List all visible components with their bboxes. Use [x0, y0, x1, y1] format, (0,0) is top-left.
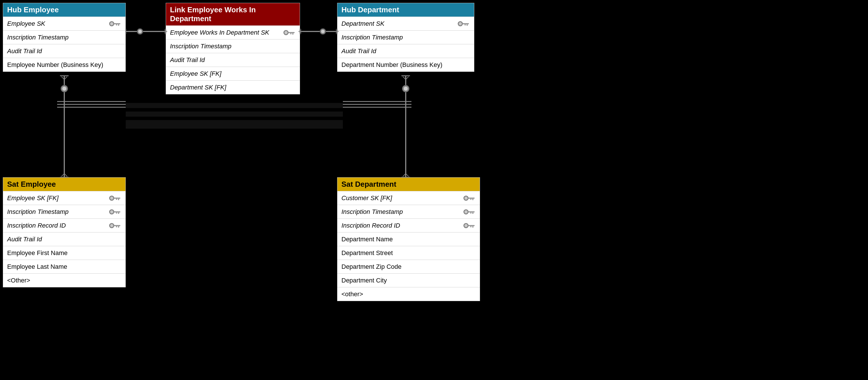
link-row-1: Inscription Timestamp — [166, 39, 300, 53]
svg-rect-43 — [472, 226, 473, 228]
hub-dept-key-icon-0 — [458, 21, 470, 27]
svg-rect-33 — [472, 199, 473, 200]
sat-dept-row-5: Department Zip Code — [337, 260, 480, 273]
hub-department-header: Hub Department — [337, 3, 474, 17]
sat-dept-row-1: Inscription Timestamp — [337, 205, 480, 218]
sat-department-table: Sat Department Customer SK [FK] Inscript… — [337, 177, 480, 301]
sat-emp-row-4: Employee First Name — [3, 246, 125, 260]
svg-rect-3 — [118, 24, 119, 26]
svg-line-66 — [61, 174, 64, 176]
sat-emp-row-1: Inscription Timestamp — [3, 205, 125, 218]
svg-point-26 — [110, 224, 113, 227]
svg-point-1 — [110, 22, 113, 25]
svg-point-60 — [321, 30, 324, 33]
svg-point-59 — [320, 29, 326, 34]
sat-dept-row-7: <other> — [337, 287, 480, 301]
svg-rect-81 — [126, 120, 343, 129]
sat-dept-row-0: Customer SK [FK] — [337, 191, 480, 205]
svg-point-50 — [137, 29, 143, 34]
sat-emp-row-6: <Other> — [3, 273, 125, 287]
hub-department-table: Hub Department Department SK Inscription… — [337, 3, 474, 72]
hub-employee-row-3: Employee Number (Business Key) — [3, 58, 125, 71]
hub-employee-table: Hub Employee Employee SK Inscription Tim… — [3, 3, 126, 72]
svg-rect-29 — [116, 226, 117, 227]
svg-rect-79 — [126, 103, 343, 108]
link-employee-header: Link Employee Works In Department — [166, 3, 300, 25]
svg-rect-38 — [472, 212, 473, 214]
hub-employee-row-2: Audit Trail Id — [3, 44, 125, 58]
svg-point-78 — [404, 87, 408, 91]
svg-rect-44 — [470, 226, 471, 227]
svg-rect-32 — [468, 198, 474, 199]
hub-dept-row-2: Audit Trail Id — [337, 44, 474, 58]
svg-rect-13 — [467, 24, 468, 26]
svg-point-16 — [110, 197, 113, 200]
svg-rect-23 — [118, 212, 119, 214]
svg-rect-37 — [468, 211, 474, 212]
svg-point-31 — [465, 197, 467, 200]
svg-point-68 — [61, 85, 68, 92]
svg-line-67 — [64, 174, 67, 176]
link-employee-table: Link Employee Works In Department Employ… — [166, 3, 300, 94]
svg-line-64 — [64, 77, 67, 80]
svg-rect-7 — [288, 32, 294, 33]
link-row-2: Audit Trail Id — [166, 53, 300, 67]
sat-employee-header: Sat Employee — [3, 178, 125, 191]
svg-point-36 — [465, 210, 467, 213]
svg-rect-42 — [468, 225, 474, 226]
hub-employee-header: Hub Employee — [3, 3, 125, 17]
hub-employee-row-0: Employee SK — [3, 17, 125, 30]
svg-point-41 — [465, 224, 467, 227]
hub-dept-row-0: Department SK — [337, 17, 474, 30]
svg-rect-39 — [470, 212, 471, 213]
svg-point-11 — [459, 22, 462, 25]
svg-rect-22 — [114, 211, 120, 212]
sat-emp-row-5: Employee Last Name — [3, 260, 125, 273]
svg-rect-80 — [126, 112, 343, 117]
sat-dept-key-icon-1 — [463, 209, 476, 215]
link-key-icon-0 — [283, 29, 296, 36]
svg-rect-27 — [114, 225, 120, 226]
link-row-3: Employee SK [FK] — [166, 67, 300, 80]
svg-rect-19 — [116, 199, 117, 200]
svg-point-69 — [62, 87, 66, 91]
svg-point-77 — [402, 85, 409, 92]
svg-point-21 — [110, 210, 113, 213]
link-row-4: Department SK [FK] — [166, 80, 300, 94]
svg-rect-28 — [118, 226, 119, 228]
sat-dept-row-6: Department City — [337, 273, 480, 287]
svg-rect-12 — [463, 23, 469, 24]
svg-line-76 — [406, 174, 409, 176]
svg-line-73 — [406, 77, 409, 80]
svg-rect-9 — [290, 33, 291, 34]
svg-point-6 — [285, 31, 287, 34]
sat-employee-table: Sat Employee Employee SK [FK] Inscriptio… — [3, 177, 126, 287]
sat-emp-key-icon-0 — [109, 195, 121, 201]
svg-point-51 — [138, 30, 142, 33]
svg-rect-18 — [118, 199, 119, 200]
hub-dept-row-3: Department Number (Business Key) — [337, 58, 474, 71]
sat-emp-key-icon-1 — [109, 209, 121, 215]
svg-rect-34 — [470, 199, 471, 200]
sat-emp-row-3: Audit Trail Id — [3, 232, 125, 246]
sat-dept-row-4: Department Street — [337, 246, 480, 260]
key-icon-0 — [109, 21, 121, 27]
sat-emp-row-2: Inscription Record ID — [3, 218, 125, 232]
sat-department-header: Sat Department — [337, 178, 480, 191]
svg-line-72 — [403, 77, 406, 80]
sat-dept-key-icon-0 — [463, 195, 476, 201]
link-row-0: Employee Works In Department SK — [166, 25, 300, 39]
svg-line-63 — [61, 77, 64, 80]
svg-line-75 — [403, 174, 406, 176]
sat-emp-key-icon-2 — [109, 223, 121, 229]
svg-rect-4 — [116, 24, 117, 25]
svg-rect-2 — [114, 23, 120, 24]
svg-rect-17 — [114, 198, 120, 199]
svg-rect-14 — [465, 24, 466, 25]
svg-rect-24 — [116, 212, 117, 213]
hub-employee-row-1: Inscription Timestamp — [3, 30, 125, 44]
hub-dept-row-1: Inscription Timestamp — [337, 30, 474, 44]
sat-emp-row-0: Employee SK [FK] — [3, 191, 125, 205]
sat-dept-key-icon-2 — [463, 223, 476, 229]
sat-dept-row-2: Inscription Record ID — [337, 218, 480, 232]
